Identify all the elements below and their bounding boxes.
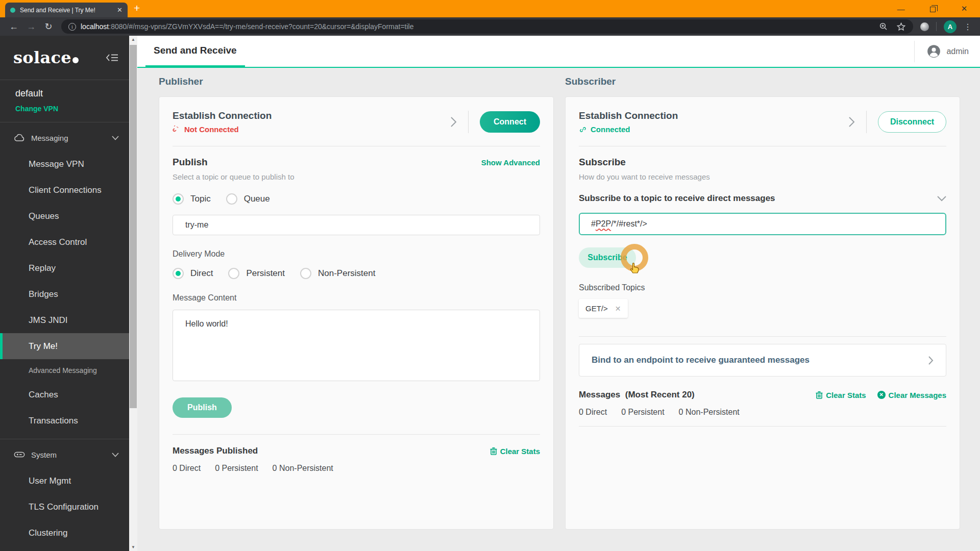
clear-messages-link[interactable]: ✕ Clear Messages <box>877 391 946 399</box>
connect-button[interactable]: Connect <box>480 111 540 133</box>
reload-icon[interactable]: ↻ <box>40 21 57 32</box>
content: Publisher Subscriber Establish Connectio… <box>137 68 980 551</box>
radio-topic[interactable]: Topic <box>173 193 211 205</box>
show-advanced-link[interactable]: Show Advanced <box>481 158 540 167</box>
clear-stats-link[interactable]: Clear Stats <box>490 447 540 456</box>
sidebar-item-try-me[interactable]: Try Me! <box>0 333 129 359</box>
sidebar-item-message-vpn[interactable]: Message VPN <box>0 151 129 177</box>
sidebar-section-messaging[interactable]: Messaging <box>0 124 129 151</box>
minimize-icon[interactable]: — <box>885 5 917 13</box>
close-icon[interactable]: ✕ <box>948 4 980 13</box>
clear-stats-link[interactable]: Clear Stats <box>816 391 866 399</box>
extension-icon[interactable] <box>920 22 929 31</box>
collapse-sidebar-icon[interactable] <box>106 53 119 63</box>
browser-navbar: ← → ↻ i localhost:8080/#/msg-vpns/ZGVmYX… <box>0 17 980 36</box>
publish-button[interactable]: Publish <box>173 397 232 418</box>
sidebar-item-user-mgmt[interactable]: User Mgmt <box>0 468 129 494</box>
back-icon[interactable]: ← <box>5 21 22 32</box>
chevron-right-icon[interactable] <box>450 116 457 128</box>
zoom-icon[interactable] <box>879 22 888 31</box>
bind-endpoint-card[interactable]: Bind to an endpoint to receive guarantee… <box>579 344 946 377</box>
bookmark-star-icon[interactable] <box>896 22 906 32</box>
sidebar-item-jms-jndi[interactable]: JMS JNDI <box>0 307 129 333</box>
vertical-divider <box>866 111 867 133</box>
subscriber-card: Establish Connection Connected Disconnec… <box>565 96 960 530</box>
publish-title: Publish <box>173 157 208 168</box>
cloud-icon <box>14 134 25 142</box>
sidebar-item-transactions[interactable]: Transactions <box>0 408 129 434</box>
solace-logo: solace <box>13 48 79 67</box>
sidebar-item-clustering[interactable]: Clustering <box>0 520 129 546</box>
disconnect-button[interactable]: Disconnect <box>878 111 946 133</box>
subscribe-hint: How do you want to receive messages <box>579 172 946 181</box>
broken-link-icon <box>173 126 181 134</box>
tab-send-and-receive[interactable]: Send and Receive <box>145 36 245 68</box>
sidebar-item-advanced-messaging[interactable]: Advanced Messaging <box>0 359 129 382</box>
restore-icon[interactable] <box>917 5 948 13</box>
sidebar-item-caches[interactable]: Caches <box>0 382 129 408</box>
publish-hint: Select a topic or queue to publish to <box>173 172 540 181</box>
url-text[interactable]: localhost:8080/#/msg-vpns/ZGVmYXVsdA==/t… <box>81 22 874 31</box>
radio-topic-control[interactable] <box>173 193 184 205</box>
radio-non-persistent[interactable]: Non-Persistent <box>300 268 375 279</box>
subscribe-mode-row[interactable]: Subscribe to a topic to receive direct m… <box>579 193 946 204</box>
tab-title: Send and Receive | Try Me! <box>20 7 112 14</box>
tab-favicon <box>10 8 15 13</box>
url-bar[interactable]: i localhost:8080/#/msg-vpns/ZGVmYXVsdA==… <box>61 19 913 34</box>
chevron-right-icon[interactable] <box>848 116 855 128</box>
radio-non-persistent-control[interactable] <box>300 268 311 279</box>
sidebar-item-tls-configuration[interactable]: TLS Configuration <box>0 494 129 520</box>
change-vpn-link[interactable]: Change VPN <box>15 105 129 113</box>
sidebar-scrollbar[interactable]: ▲ ▼ <box>129 36 137 551</box>
logo-dot <box>72 57 79 63</box>
radio-persistent[interactable]: Persistent <box>228 268 285 279</box>
link-icon <box>579 126 587 134</box>
browser-menu-icon[interactable]: ⋮ <box>964 22 972 32</box>
sidebar-section-system[interactable]: System <box>0 441 129 468</box>
chevron-down-icon <box>112 136 119 140</box>
establish-connection-title: Establish Connection <box>173 110 272 121</box>
forward-icon[interactable]: → <box>22 21 40 32</box>
sidebar-item-access-control[interactable]: Access Control <box>0 229 129 255</box>
main-header: Send and Receive admin <box>137 36 980 68</box>
browser-toolbar-right: A ⋮ <box>917 20 975 33</box>
radio-queue[interactable]: Queue <box>226 193 270 205</box>
browser-profile-avatar[interactable]: A <box>944 20 957 33</box>
sidebar-item-queues[interactable]: Queues <box>0 203 129 229</box>
publish-topic-input[interactable] <box>173 215 540 235</box>
sidebar-item-bridges[interactable]: Bridges <box>0 281 129 307</box>
radio-persistent-control[interactable] <box>228 268 239 279</box>
delivery-mode-radio-group: Direct Persistent Non-Persistent <box>173 268 540 279</box>
subscriber-connection-status: Connected <box>579 125 678 134</box>
sidebar-item-client-connections[interactable]: Client Connections <box>0 177 129 203</box>
destination-radio-group: Topic Queue <box>173 193 540 205</box>
stat-persistent: 0 Persistent <box>215 464 258 473</box>
new-tab-icon[interactable]: + <box>134 2 140 14</box>
chevron-down-icon[interactable] <box>937 196 946 202</box>
user-menu[interactable]: admin <box>927 44 969 58</box>
browser-tab[interactable]: Send and Receive | Try Me! ✕ <box>5 3 128 17</box>
section-label: Messaging <box>31 134 68 142</box>
url-path: :8080/#/msg-vpns/ZGVmYXVsdA==/try-me/sen… <box>109 22 413 31</box>
header-divider <box>914 41 915 62</box>
radio-direct-control[interactable] <box>173 268 184 279</box>
radio-queue-control[interactable] <box>226 193 237 205</box>
sidebar-item-replay[interactable]: Replay <box>0 255 129 281</box>
divider <box>579 426 946 427</box>
scroll-down-icon[interactable]: ▼ <box>129 545 137 549</box>
scrollbar-thumb[interactable] <box>130 45 137 408</box>
message-content-textarea[interactable]: Hello world! <box>173 310 540 381</box>
site-info-icon[interactable]: i <box>68 23 76 31</box>
subscribe-topic-input[interactable]: #P2P/*/#rest*/> <box>579 213 946 235</box>
scroll-up-icon[interactable]: ▲ <box>129 37 137 42</box>
remove-topic-icon[interactable]: ✕ <box>615 305 621 313</box>
trash-icon <box>816 391 823 399</box>
messages-published-title: Messages Published <box>173 446 258 456</box>
publisher-stats-row: 0 Direct 0 Persistent 0 Non-Persistent <box>173 464 540 473</box>
radio-direct[interactable]: Direct <box>173 268 213 279</box>
divider <box>579 336 946 337</box>
tab-close-icon[interactable]: ✕ <box>117 6 122 14</box>
subscribe-button[interactable]: Subscribe <box>579 247 636 268</box>
divider <box>579 146 946 146</box>
divider <box>173 434 540 435</box>
